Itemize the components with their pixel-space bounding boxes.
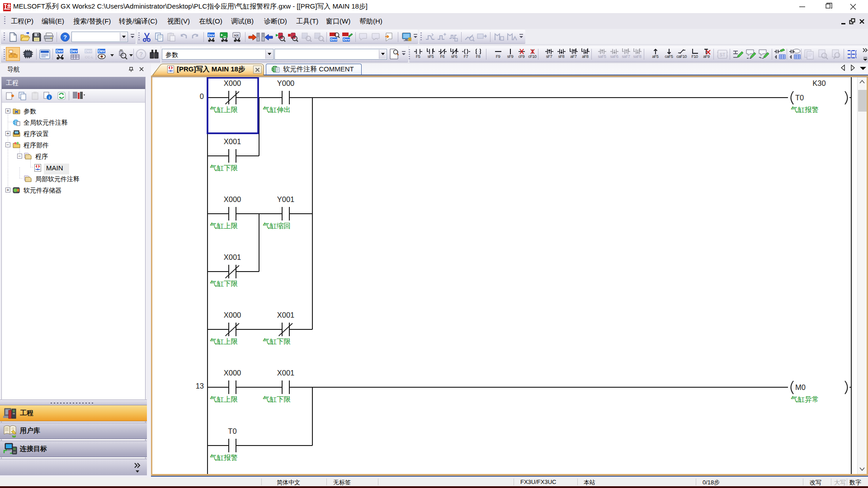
svg-text:?: ?: [139, 51, 143, 58]
svg-text:T0: T0: [795, 94, 804, 102]
svg-text:Dev: Dev: [56, 49, 63, 53]
svg-text:气缸报警: 气缸报警: [791, 106, 819, 113]
svg-text:i: i: [49, 95, 50, 100]
svg-text:气缸上限: 气缸上限: [210, 338, 238, 345]
svg-text:气缸下限: 气缸下限: [263, 338, 291, 345]
svg-text:CC-L: CC-L: [85, 55, 94, 59]
svg-text:ST: ST: [720, 52, 726, 57]
svg-text:气缸下限: 气缸下限: [210, 164, 238, 172]
svg-text:0: 0: [200, 92, 204, 100]
svg-text:X000: X000: [224, 311, 241, 319]
svg-text:M0: M0: [795, 383, 806, 391]
svg-text:Dev: Dev: [71, 49, 78, 53]
svg-text:气缸上限: 气缸上限: [210, 395, 238, 403]
svg-text:X001: X001: [224, 253, 241, 261]
svg-text:气缸异常: 气缸异常: [791, 395, 819, 403]
svg-text:气缸下限: 气缸下限: [210, 280, 238, 287]
svg-text:Dev: Dev: [343, 38, 350, 42]
svg-text:T0: T0: [228, 427, 236, 435]
svg-text:X001: X001: [277, 369, 295, 377]
svg-text:气缸上限: 气缸上限: [210, 222, 238, 230]
svg-text:Dev: Dev: [208, 33, 215, 37]
svg-text:X001: X001: [224, 137, 241, 145]
svg-text:Y000: Y000: [277, 79, 295, 87]
svg-text:K30: K30: [812, 79, 826, 87]
svg-text:气缸伸出: 气缸伸出: [263, 106, 291, 113]
svg-text:X000: X000: [224, 369, 241, 377]
svg-text:气缸报警: 气缸报警: [210, 454, 238, 461]
svg-text:气缸上限: 气缸上限: [210, 106, 238, 113]
svg-text:气缸缩回: 气缸缩回: [263, 222, 291, 230]
svg-text:X001: X001: [277, 311, 295, 319]
svg-text:Dev: Dev: [98, 49, 105, 53]
svg-text:Dev: Dev: [85, 49, 92, 53]
svg-text:X000: X000: [224, 195, 241, 203]
svg-text:Y001: Y001: [277, 195, 295, 203]
svg-text:13: 13: [196, 382, 204, 390]
svg-text:?: ?: [63, 34, 67, 41]
svg-text:Dev: Dev: [330, 38, 337, 42]
svg-text:X000: X000: [224, 79, 241, 87]
svg-text:HX: HX: [234, 33, 239, 38]
svg-text:气缸下限: 气缸下限: [263, 395, 291, 403]
